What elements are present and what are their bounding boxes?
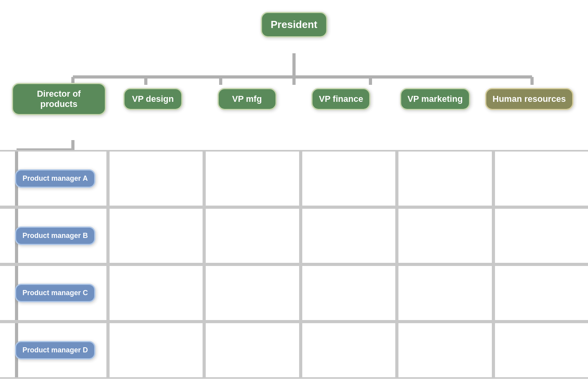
pm-c-node: Product manager C: [15, 284, 95, 302]
vp-mfg-node: VP mfg: [218, 88, 277, 110]
vp-row: Director of products VP design VP mfg VP…: [0, 83, 588, 115]
matrix-row-4: Product manager D: [0, 322, 588, 379]
matrix-cell-2-3: [204, 207, 300, 264]
matrix-cell-1-2: [108, 150, 204, 207]
pm-b-cell: Product manager B: [0, 207, 108, 264]
matrix-cell-2-5: [397, 207, 493, 264]
org-chart: President Director of products VP design…: [0, 0, 588, 380]
matrix-cell-2-6: [493, 207, 588, 264]
matrix-cell-4-3: [204, 322, 300, 379]
matrix-row-3: Product manager C: [0, 264, 588, 322]
vp-marketing-node: VP marketing: [400, 88, 470, 110]
vp-finance-node: VP finance: [311, 88, 370, 110]
pm-b-node: Product manager B: [15, 227, 95, 245]
matrix-cell-3-2: [108, 264, 204, 322]
matrix-row-1: Product manager A: [0, 150, 588, 207]
pm-c-cell: Product manager C: [0, 264, 108, 322]
pm-d-node: Product manager D: [15, 341, 95, 359]
matrix-cell-4-5: [397, 322, 493, 379]
hr-node: Human resources: [485, 88, 573, 110]
matrix-cell-4-4: [301, 322, 397, 379]
vp-design-cell: VP design: [106, 88, 200, 110]
matrix-cell-3-6: [493, 264, 588, 322]
vp-marketing-cell: VP marketing: [388, 88, 482, 110]
matrix-cell-3-5: [397, 264, 493, 322]
matrix-row-2: Product manager B: [0, 207, 588, 264]
matrix-cell-3-3: [204, 264, 300, 322]
matrix-cell-4-2: [108, 322, 204, 379]
pm-a-node: Product manager A: [15, 169, 95, 188]
vp-finance-cell: VP finance: [294, 88, 388, 110]
matrix-cell-1-4: [301, 150, 397, 207]
vp-mfg-cell: VP mfg: [200, 88, 294, 110]
matrix-cell-1-6: [493, 150, 588, 207]
matrix-container: Product manager A Product manager B Prod…: [0, 150, 588, 379]
hr-cell: Human resources: [482, 88, 576, 110]
matrix-cell-1-5: [397, 150, 493, 207]
pm-d-cell: Product manager D: [0, 322, 108, 379]
matrix-cell-1-3: [204, 150, 300, 207]
matrix-cell-3-4: [301, 264, 397, 322]
president-node: President: [261, 12, 327, 37]
matrix-cell-4-6: [493, 322, 588, 379]
vp-design-node: VP design: [123, 88, 182, 110]
director-cell: Director of products: [12, 83, 106, 115]
matrix-cell-2-2: [108, 207, 204, 264]
matrix-cell-2-4: [301, 207, 397, 264]
president-label: President: [261, 12, 327, 37]
pm-a-cell: Product manager A: [0, 150, 108, 207]
director-node: Director of products: [12, 83, 106, 115]
